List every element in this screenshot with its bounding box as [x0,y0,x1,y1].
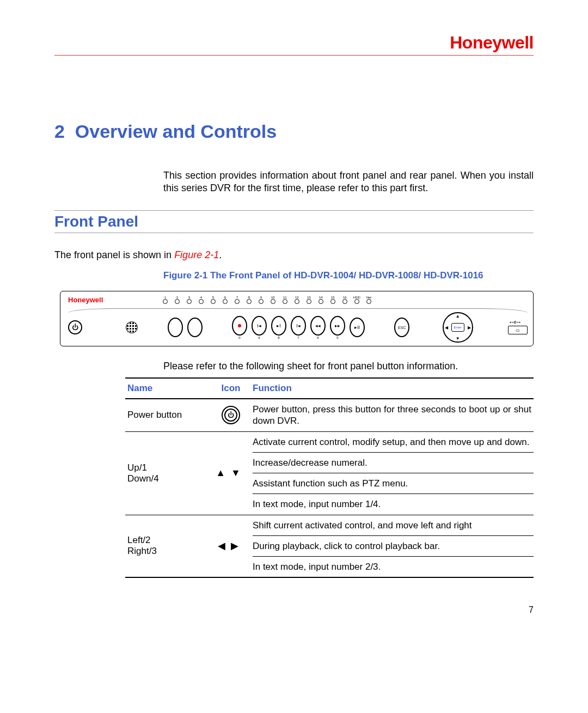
sub-number: 9 [258,336,260,339]
page-number: 7 [54,605,534,615]
panel-top-row: Honeywell 12345678910111213141516HDDNet [68,296,528,304]
table-row: Left/2 Right/3◀▶Shift current activated … [125,515,534,577]
led-indicator: 10 [268,296,277,304]
section-title-text: Overview and Controls [75,121,277,142]
led-indicator: 7 [232,296,241,304]
oval-button: I◂ [291,316,306,336]
power-button-icon: ⏻ [68,320,82,334]
figure-lead-in: The front panel is shown in Figure 2-1. [54,249,534,261]
function-item: Power button, press this button for thre… [253,399,534,431]
oval-button [168,318,183,337]
sub-number: 7 [297,336,299,339]
led-indicator: 8 [244,296,253,304]
sub-number: 6 [317,336,318,339]
function-item: During playback, click to control playba… [253,536,534,557]
brand-logo: Honeywell [450,33,534,53]
oval-group-playback: 0 I◂9 ▸I8 I◂7 ◂◂6 ▸▸5 ▸II [232,316,365,339]
oval-button: ▸II [350,318,365,337]
oval-group-left [168,318,203,337]
section-number: 2 [54,121,65,142]
function-item: In text mode, input number 1/4. [253,494,534,514]
led-indicator: 9 [256,296,265,304]
dpad-icon: ▲ ▼ ◀ ▶ Enter [443,312,473,343]
function-item: Assistant function such as PTZ menu. [253,473,534,494]
led-indicator: 11 [280,296,289,304]
table-row: Power button⏻Power button, press this bu… [125,399,534,432]
table-header-name: Name [125,383,209,394]
row-functions: Shift current activated control, and mov… [253,515,534,577]
led-indicator: 5 [209,296,217,304]
oval-button [187,318,203,337]
usb-label: ⊷⋐⊶ [510,320,520,325]
row-functions: Power button, press this button for thre… [253,399,534,431]
row-icon: ⏻ [209,399,253,431]
led-indicator: 6 [220,296,229,304]
section-intro: This section provides information about … [163,169,534,194]
lead-in-pre: The front panel is shown in [54,249,174,260]
usb-slot-icon: ▭ [508,326,528,334]
subsection-heading: Front Panel [54,210,534,233]
sub-number: 0 [238,336,240,339]
oval-button: ◂◂ [310,316,326,336]
table-header-function: Function [253,383,534,394]
usb-port: ⊷⋐⊶ ▭ [503,320,528,334]
table-intro: Please refer to the following sheet for … [163,361,534,372]
led-strip: 12345678910111213141516HDDNet [161,296,373,304]
panel-bottom-row: ⏻ 0 I◂9 ▸I8 I◂7 ◂◂6 ▸▸5 ▸II ESC ▲ ▼ ◀ ▶ [68,312,528,343]
arrow-down-icon: ▼ [456,336,460,341]
led-indicator: 14 [316,296,325,304]
led-indicator: Net [364,296,373,304]
led-indicator: 15 [328,296,337,304]
row-functions: Activate current control, modify setup, … [253,432,534,515]
led-indicator: 13 [304,296,313,304]
subsection-title: Front Panel [54,213,534,230]
esc-button-icon: ESC [394,318,409,337]
led-indicator: HDD [352,296,361,304]
led-indicator: 1 [161,296,169,304]
arrow-up-icon: ▲ [456,314,460,319]
panel-brand-logo: Honeywell [68,296,103,304]
row-name: Up/1 Down/4 [125,432,209,515]
lead-in-post: . [219,249,222,260]
figure-reference: Figure 2-1 [174,249,219,260]
front-panel-table: Name Icon Function Power button⏻Power bu… [125,377,534,578]
oval-button: I◂ [252,316,267,336]
table-header-row: Name Icon Function [125,379,534,399]
ir-sensor-icon [126,321,138,333]
up-down-arrows-icon: ▲▼ [216,467,246,479]
record-button-icon [232,316,247,336]
row-icon: ▲▼ [209,432,253,515]
esc-label: ESC [398,326,406,330]
rule [54,210,534,211]
function-item: Shift current activated control, and mov… [253,515,534,536]
oval-button: ▸I [271,316,286,336]
page-header: Honeywell [54,33,534,56]
figure-caption: Figure 2-1 The Front Panel of HD-DVR-100… [163,270,534,281]
table-header-icon: Icon [209,383,253,394]
arrow-left-icon: ◀ [445,325,448,330]
arrow-right-icon: ▶ [468,325,471,330]
table-body: Power button⏻Power button, press this bu… [125,399,534,577]
power-icon: ⏻ [222,406,240,424]
row-name: Left/2 Right/3 [125,515,209,577]
left-right-arrows-icon: ◀▶ [218,540,244,552]
table-row: Up/1 Down/4▲▼Activate current control, m… [125,432,534,515]
document-page: Honeywell 2 Overview and Controls This s… [0,0,588,637]
rule [54,233,534,233]
led-indicator: 2 [173,296,181,304]
front-panel-figure: Honeywell 12345678910111213141516HDDNet … [60,291,534,346]
oval-button: ▸▸ [330,316,345,336]
row-name: Power button [125,399,209,431]
led-indicator: 3 [185,296,193,304]
led-indicator: 4 [197,296,205,304]
led-indicator: 12 [292,296,301,304]
function-item: In text mode, input number 2/3. [253,557,534,577]
function-item: Increase/decrease numeral. [253,453,534,473]
section-title: 2 Overview and Controls [54,121,534,142]
sub-number: 5 [336,336,338,339]
function-item: Activate current control, modify setup, … [253,432,534,453]
sub-number: 8 [278,336,279,339]
led-indicator: 16 [340,296,349,304]
row-icon: ◀▶ [209,515,253,577]
enter-button-icon: Enter [451,323,464,332]
